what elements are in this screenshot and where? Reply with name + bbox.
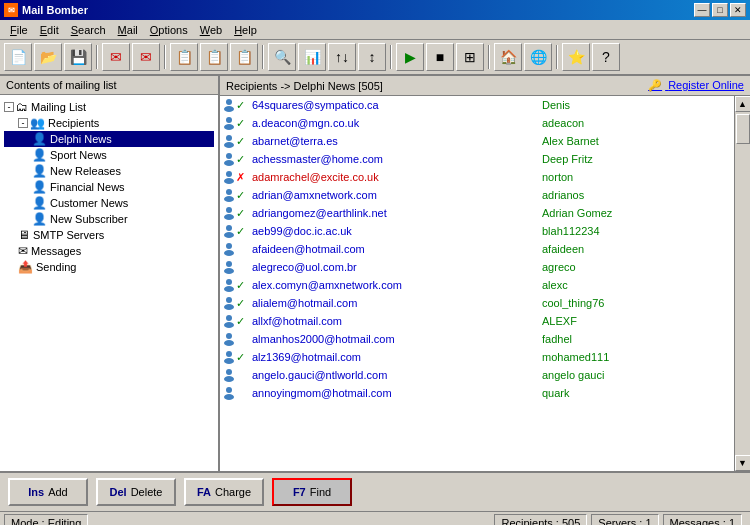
menu-edit[interactable]: Edit bbox=[34, 22, 65, 38]
grid-button[interactable]: ⊞ bbox=[456, 43, 484, 71]
recipient-email: alz1369@hotmail.com bbox=[252, 351, 542, 363]
toolbar-btn-4[interactable]: 📋 bbox=[200, 43, 228, 71]
tree-item-sport-news[interactable]: 👤 Sport News bbox=[4, 147, 214, 163]
copy-button[interactable]: ✉ bbox=[132, 43, 160, 71]
recipient-row[interactable]: ✓ alex.comyn@amxnetwork.com alexc bbox=[220, 276, 734, 294]
app-title: Mail Bomber bbox=[22, 4, 88, 16]
recipient-row[interactable]: angelo.gauci@ntlworld.com angelo gauci bbox=[220, 366, 734, 384]
right-panel-title: Recipients -> Delphi News [505] bbox=[226, 80, 383, 92]
person-icon bbox=[222, 368, 236, 382]
open-button[interactable]: 📂 bbox=[34, 43, 62, 71]
menu-search[interactable]: Search bbox=[65, 22, 112, 38]
recipient-email: 64squares@sympatico.ca bbox=[252, 99, 542, 111]
find-button[interactable]: F7 Find bbox=[272, 478, 352, 506]
save-button[interactable]: 💾 bbox=[64, 43, 92, 71]
tree-item-messages[interactable]: ✉ Messages bbox=[4, 243, 214, 259]
check-mark bbox=[236, 261, 250, 273]
tree-item-delphi-news[interactable]: 👤 Delphi News bbox=[4, 131, 214, 147]
help-toolbar-button[interactable]: ? bbox=[592, 43, 620, 71]
recipient-row[interactable]: ✗ adamrachel@excite.co.uk norton bbox=[220, 168, 734, 186]
new-subscriber-icon: 👤 bbox=[32, 212, 47, 226]
scroll-thumb[interactable] bbox=[736, 114, 750, 144]
check-mark: ✓ bbox=[236, 351, 250, 364]
svg-point-25 bbox=[224, 322, 234, 328]
delete-key-hint: Del bbox=[110, 486, 127, 498]
tree-item-mailing-list[interactable]: - 🗂 Mailing List bbox=[4, 99, 214, 115]
cut-button[interactable]: ✉ bbox=[102, 43, 130, 71]
menu-web[interactable]: Web bbox=[194, 22, 228, 38]
key-icon: 🔑 bbox=[648, 79, 662, 91]
svg-point-31 bbox=[224, 376, 234, 382]
recipient-row[interactable]: alegreco@uol.com.br agreco bbox=[220, 258, 734, 276]
recipient-email: annoyingmom@hotmail.com bbox=[252, 387, 542, 399]
recipient-row[interactable]: ✓ achessmaster@home.com Deep Fritz bbox=[220, 150, 734, 168]
star-button[interactable]: ⭐ bbox=[562, 43, 590, 71]
recipient-email: allxf@hotmail.com bbox=[252, 315, 542, 327]
messages-status-label: Messages : bbox=[670, 517, 726, 526]
maximize-button[interactable]: □ bbox=[712, 3, 728, 17]
scrollbar[interactable]: ▲ ▼ bbox=[734, 96, 750, 471]
change-button[interactable]: FA Charge bbox=[184, 478, 264, 506]
change-key-hint: FA bbox=[197, 486, 211, 498]
recipient-email: afaideen@hotmail.com bbox=[252, 243, 542, 255]
recipient-row[interactable]: ✓ allxf@hotmail.com ALEXF bbox=[220, 312, 734, 330]
menu-mail[interactable]: Mail bbox=[112, 22, 144, 38]
tree-item-smtp-servers[interactable]: 🖥 SMTP Servers bbox=[4, 227, 214, 243]
person-icon bbox=[222, 224, 236, 238]
tree-item-new-subscriber[interactable]: 👤 New Subscriber bbox=[4, 211, 214, 227]
tree-item-customer-news[interactable]: 👤 Customer News bbox=[4, 195, 214, 211]
register-link[interactable]: 🔑 Register Online bbox=[648, 79, 744, 92]
home-button[interactable]: 🏠 bbox=[494, 43, 522, 71]
recipient-row[interactable]: afaideen@hotmail.com afaideen bbox=[220, 240, 734, 258]
recipient-row[interactable]: ✓ aeb99@doc.ic.ac.uk blah112234 bbox=[220, 222, 734, 240]
recipient-row[interactable]: ✓ 64squares@sympatico.ca Denis bbox=[220, 96, 734, 114]
search-toolbar-button[interactable]: 🔍 bbox=[268, 43, 296, 71]
menu-file[interactable]: File bbox=[4, 22, 34, 38]
svg-point-14 bbox=[226, 225, 232, 231]
menu-help[interactable]: Help bbox=[228, 22, 263, 38]
toolbar-btn-5[interactable]: 📋 bbox=[230, 43, 258, 71]
recipient-row[interactable]: almanhos2000@hotmail.com fadhel bbox=[220, 330, 734, 348]
recipient-name: Alex Barnet bbox=[542, 135, 732, 147]
play-button[interactable]: ▶ bbox=[396, 43, 424, 71]
recipient-row[interactable]: ✓ alialem@hotmail.com cool_thing76 bbox=[220, 294, 734, 312]
add-button[interactable]: Ins Add bbox=[8, 478, 88, 506]
recipient-row[interactable]: ✓ a.deacon@mgn.co.uk adeacon bbox=[220, 114, 734, 132]
person-icon bbox=[222, 278, 236, 292]
new-button[interactable]: 📄 bbox=[4, 43, 32, 71]
web-button[interactable]: 🌐 bbox=[524, 43, 552, 71]
person-icon bbox=[222, 296, 236, 310]
expand-recipients[interactable]: - bbox=[18, 118, 28, 128]
svg-point-4 bbox=[226, 135, 232, 141]
tree-item-financial-news[interactable]: 👤 Financial News bbox=[4, 179, 214, 195]
expand-mailing-list[interactable]: - bbox=[4, 102, 14, 112]
tree-item-recipients[interactable]: - 👥 Recipients bbox=[4, 115, 214, 131]
recipient-row[interactable]: ✓ alz1369@hotmail.com mohamed111 bbox=[220, 348, 734, 366]
toolbar-btn-6[interactable]: 📊 bbox=[298, 43, 326, 71]
recipient-email: abarnet@terra.es bbox=[252, 135, 542, 147]
minimize-button[interactable]: — bbox=[694, 3, 710, 17]
scroll-down-arrow[interactable]: ▼ bbox=[735, 455, 751, 471]
stop-button[interactable]: ■ bbox=[426, 43, 454, 71]
toolbar-btn-3[interactable]: 📋 bbox=[170, 43, 198, 71]
recipient-row[interactable]: annoyingmom@hotmail.com quark bbox=[220, 384, 734, 402]
tree-item-sending[interactable]: 📤 Sending bbox=[4, 259, 214, 275]
recipient-row[interactable]: ✓ adrian@amxnetwork.com adrianos bbox=[220, 186, 734, 204]
toolbar-btn-7[interactable]: ↑↓ bbox=[328, 43, 356, 71]
svg-point-3 bbox=[224, 124, 234, 130]
person-icon bbox=[222, 134, 236, 148]
check-mark: ✗ bbox=[236, 171, 250, 184]
person-icon bbox=[222, 350, 236, 364]
menu-options[interactable]: Options bbox=[144, 22, 194, 38]
recipients-table[interactable]: ✓ 64squares@sympatico.ca Denis ✓ a.deaco… bbox=[220, 96, 734, 471]
svg-point-21 bbox=[224, 286, 234, 292]
scroll-up-arrow[interactable]: ▲ bbox=[735, 96, 751, 112]
toolbar-btn-8[interactable]: ↕ bbox=[358, 43, 386, 71]
close-button[interactable]: ✕ bbox=[730, 3, 746, 17]
title-bar: ✉ Mail Bomber — □ ✕ bbox=[0, 0, 750, 20]
delete-button[interactable]: Del Delete bbox=[96, 478, 176, 506]
recipient-row[interactable]: ✓ adriangomez@earthlink.net Adrian Gomez bbox=[220, 204, 734, 222]
person-icon bbox=[222, 314, 236, 328]
tree-item-new-releases[interactable]: 👤 New Releases bbox=[4, 163, 214, 179]
recipient-row[interactable]: ✓ abarnet@terra.es Alex Barnet bbox=[220, 132, 734, 150]
